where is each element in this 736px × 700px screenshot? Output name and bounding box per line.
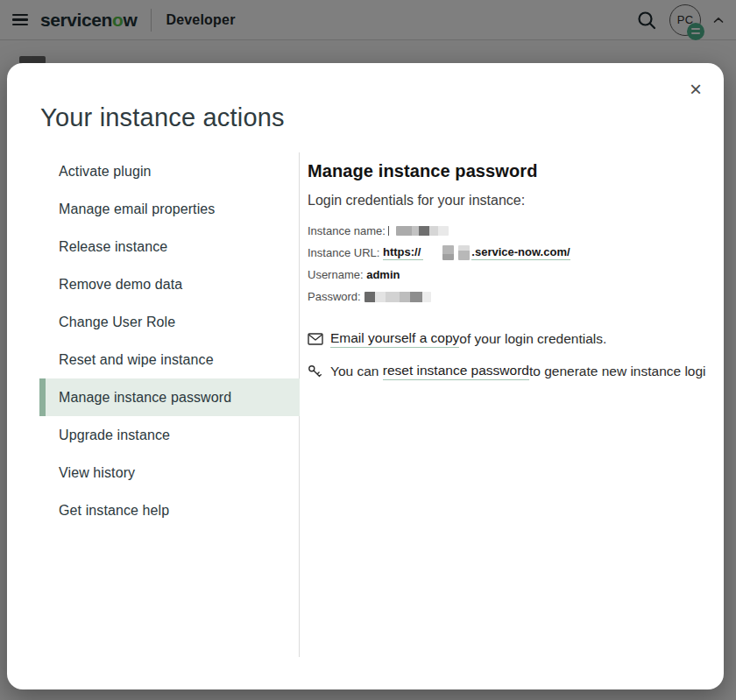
- password-label: Password:: [308, 290, 361, 303]
- screen: servicenow Developer PC: [0, 0, 736, 700]
- instance-url-redacted-1: [442, 245, 454, 260]
- instance-name-row: Instance name:: [308, 220, 696, 242]
- username-row: Username: admin: [308, 264, 696, 286]
- email-yourself-link[interactable]: Email yourself a copy: [330, 330, 459, 348]
- menu-item-remove-demo-data[interactable]: Remove demo data: [39, 265, 300, 303]
- password-row: Password:: [308, 286, 696, 308]
- menu-item-upgrade-instance[interactable]: Upgrade instance: [39, 416, 300, 454]
- menu-item-change-user-role[interactable]: Change User Role: [39, 303, 300, 341]
- manage-password-panel: Manage instance password Login credentia…: [300, 152, 696, 657]
- instance-name-redacted-value: [396, 226, 449, 236]
- email-line-rest: of your login credentials.: [459, 331, 606, 347]
- menu-item-activate-plugin[interactable]: Activate plugin: [39, 152, 300, 190]
- instance-url-redacted-2: [458, 245, 470, 260]
- reset-password-row: You can reset instance password to gener…: [308, 363, 696, 380]
- username-value: admin: [366, 268, 400, 281]
- actions-menu-column: Activate plugin Manage email properties …: [7, 152, 300, 657]
- reset-instance-password-link[interactable]: reset instance password: [383, 363, 529, 380]
- password-redacted-value: [364, 292, 431, 302]
- menu-item-manage-instance-password[interactable]: Manage instance password: [39, 378, 300, 416]
- panel-intro: Login credentials for your instance:: [308, 193, 696, 209]
- instance-url-suffix-link[interactable]: .service-now.com/: [471, 245, 570, 260]
- menu-item-get-instance-help[interactable]: Get instance help: [39, 491, 300, 529]
- menu-item-reset-and-wipe-instance[interactable]: Reset and wipe instance: [39, 341, 300, 378]
- email-credentials-row: Email yourself a copy of your login cred…: [308, 330, 696, 348]
- instance-url-label: Instance URL:: [308, 246, 379, 259]
- instance-actions-modal: × Your instance actions Activate plugin …: [7, 63, 724, 689]
- menu-item-manage-email-properties[interactable]: Manage email properties: [39, 190, 300, 228]
- instance-url-prefix-link[interactable]: https://: [383, 245, 423, 260]
- modal-title: Your instance actions: [40, 103, 724, 132]
- close-icon[interactable]: ×: [682, 75, 710, 103]
- envelope-icon: [308, 333, 325, 345]
- actions-menu: Activate plugin Manage email properties …: [39, 152, 300, 529]
- instance-url-row: Instance URL: https:// .service-now.com/: [308, 242, 696, 264]
- username-label: Username:: [308, 268, 364, 281]
- menu-item-view-history[interactable]: View history: [39, 454, 300, 491]
- key-icon: [308, 364, 325, 379]
- reset-line-before: You can: [330, 364, 379, 379]
- instance-name-label: Instance name:: [308, 224, 386, 237]
- redaction-edge: [388, 226, 389, 236]
- menu-item-release-instance[interactable]: Release instance: [39, 228, 300, 265]
- credentials-block: Instance name: Instance URL: https:// .s…: [308, 220, 696, 308]
- panel-heading: Manage instance password: [308, 161, 696, 181]
- reset-line-after: to generate new instance logi: [529, 364, 706, 379]
